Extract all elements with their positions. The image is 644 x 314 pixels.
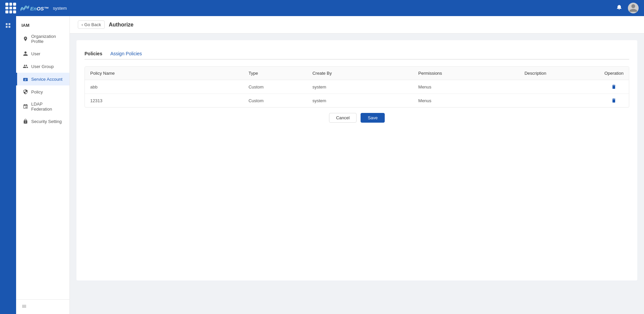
- go-back-button[interactable]: ‹ Go Back: [78, 20, 105, 29]
- topbar-right: [616, 3, 639, 13]
- sidebar-item-org-profile[interactable]: Organization Profile: [16, 30, 69, 47]
- en-text: En: [30, 6, 37, 11]
- sidebar-item-ldap[interactable]: LDAP Federation: [16, 98, 69, 115]
- sidebar-item-label: LDAP Federation: [31, 102, 64, 112]
- topbar-left: EnOS™ system: [5, 3, 67, 13]
- cancel-button[interactable]: Cancel: [329, 113, 357, 123]
- sidebar-item-label: Service Account: [31, 77, 62, 82]
- cell-policy-name: 12313: [85, 94, 243, 108]
- sidebar-item-service-account[interactable]: Service Account: [16, 73, 69, 85]
- logo-text: EnOS™: [30, 6, 49, 11]
- sidebar-item-user[interactable]: User: [16, 47, 69, 60]
- col-header-create-by: Create By: [307, 67, 413, 80]
- logo-waves: EnOS™: [20, 5, 49, 11]
- svg-rect-0: [6, 23, 7, 25]
- topbar: EnOS™ system: [0, 0, 644, 16]
- user-icon: [22, 51, 29, 57]
- delete-button-0[interactable]: [604, 84, 624, 89]
- sidebar-title: IAM: [16, 19, 69, 30]
- system-label: system: [53, 6, 67, 11]
- icon-sidebar: [0, 16, 16, 314]
- cell-type: Custom: [243, 80, 307, 94]
- col-header-permissions: Permissions: [413, 67, 519, 80]
- col-header-description: Description: [519, 67, 599, 80]
- table-row: 12313 Custom system Menus: [85, 94, 629, 108]
- svg-rect-3: [9, 26, 10, 28]
- org-profile-icon: [22, 36, 29, 42]
- cell-policy-name: abb: [85, 80, 243, 94]
- notifications-icon[interactable]: [616, 4, 623, 12]
- table-header: Policy Name Type Create By Permissions D…: [85, 67, 629, 80]
- col-header-type: Type: [243, 67, 307, 80]
- table-body: abb Custom system Menus: [85, 80, 629, 108]
- col-header-operation: Operation: [599, 67, 629, 80]
- sidebar-item-label: Organization Profile: [31, 34, 64, 44]
- content-area: Policies Assign Policies Policy Name Typ…: [70, 34, 644, 314]
- cell-permissions: Menus: [413, 94, 519, 108]
- table-row: abb Custom system Menus: [85, 80, 629, 94]
- cell-permissions: Menus: [413, 80, 519, 94]
- bottom-actions: Cancel Save: [85, 108, 629, 125]
- col-header-policy-name: Policy Name: [85, 67, 243, 80]
- sidebar: IAM Organization Profile User User Group…: [16, 16, 70, 314]
- os-text: OS™: [37, 6, 49, 11]
- tabs: Policies Assign Policies: [85, 48, 629, 60]
- avatar[interactable]: [628, 3, 639, 13]
- page-header: ‹ Go Back Authorize: [70, 16, 644, 34]
- go-back-label: Go Back: [84, 22, 101, 27]
- sidebar-collapse[interactable]: [16, 299, 69, 314]
- cell-operation: [599, 80, 629, 94]
- back-chevron-icon: ‹: [82, 22, 83, 27]
- svg-rect-1: [9, 23, 10, 25]
- policies-table: Policy Name Type Create By Permissions D…: [85, 66, 629, 108]
- tab-assign-policies[interactable]: Assign Policies: [110, 48, 142, 60]
- logo: EnOS™: [20, 5, 49, 11]
- cell-create-by: system: [307, 94, 413, 108]
- tab-policies[interactable]: Policies: [85, 48, 102, 60]
- content-card: Policies Assign Policies Policy Name Typ…: [76, 40, 637, 280]
- service-account-icon: [22, 76, 29, 82]
- sidebar-item-label: Policy: [31, 89, 43, 95]
- svg-rect-2: [6, 26, 7, 28]
- sidebar-item-user-group[interactable]: User Group: [16, 60, 69, 73]
- icon-sidebar-home[interactable]: [1, 19, 15, 32]
- apps-icon[interactable]: [5, 3, 16, 13]
- cell-type: Custom: [243, 94, 307, 108]
- page-title: Authorize: [109, 22, 133, 28]
- delete-button-1[interactable]: [604, 98, 624, 103]
- sidebar-item-label: User: [31, 51, 40, 56]
- sidebar-item-label: User Group: [31, 64, 54, 69]
- save-button[interactable]: Save: [361, 113, 385, 123]
- security-icon: [22, 118, 29, 124]
- ldap-icon: [22, 104, 29, 110]
- policy-icon: [22, 89, 29, 95]
- sidebar-item-security[interactable]: Security Setting: [16, 115, 69, 128]
- cell-description: [519, 80, 599, 94]
- table: Policy Name Type Create By Permissions D…: [85, 67, 629, 107]
- cell-description: [519, 94, 599, 108]
- sidebar-item-label: Security Setting: [31, 119, 62, 124]
- user-group-icon: [22, 63, 29, 69]
- main-content: ‹ Go Back Authorize Policies Assign Poli…: [70, 16, 644, 314]
- layout: IAM Organization Profile User User Group…: [0, 16, 644, 314]
- sidebar-item-policy[interactable]: Policy: [16, 85, 69, 98]
- cell-operation: [599, 94, 629, 108]
- cell-create-by: system: [307, 80, 413, 94]
